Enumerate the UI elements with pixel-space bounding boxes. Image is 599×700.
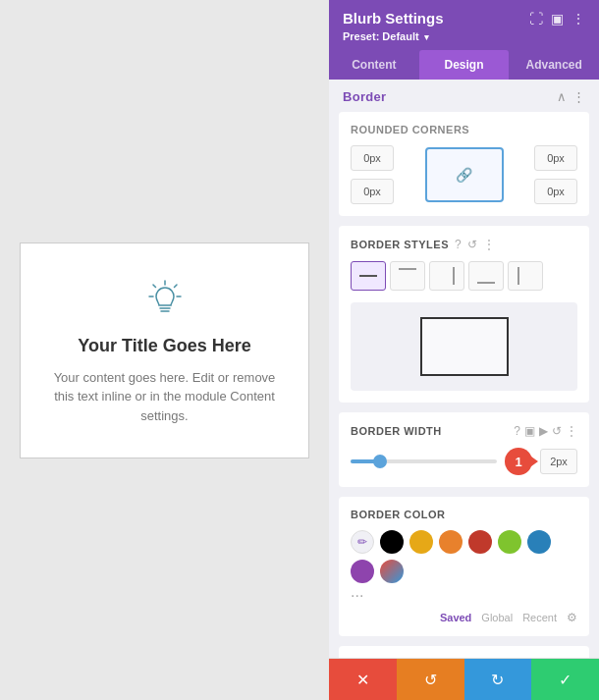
color-tab-global[interactable]: Global <box>481 612 513 623</box>
step-badge: 1 <box>505 448 532 475</box>
border-width-title: Border Width <box>351 425 442 437</box>
swatch-red[interactable] <box>468 530 492 554</box>
swatch-black[interactable] <box>380 530 404 554</box>
border-style-dropdown-section: Border Style Solid Dashed Dotted Double … <box>339 646 589 658</box>
bulb-icon <box>140 275 190 324</box>
border-style-options <box>351 261 577 291</box>
svg-line-1 <box>174 285 177 288</box>
settings-panel: Blurb Settings ⛶ ▣ ⋮ Preset: Default ▾ C… <box>329 0 599 700</box>
preset-arrow-icon: ▾ <box>424 32 429 42</box>
border-width-cursor-icon[interactable]: ▶ <box>539 424 548 438</box>
rounded-corners-label: Rounded Corners <box>351 124 577 135</box>
border-styles-help-icon[interactable]: ? <box>455 238 462 251</box>
preview-card: Your Title Goes Here Your content goes h… <box>20 242 309 458</box>
border-color-section: Border Color ✏ ··· Saved Global Recent ⚙ <box>339 497 589 636</box>
tab-content[interactable]: Content <box>329 50 419 80</box>
swatch-blue[interactable] <box>527 530 551 554</box>
border-width-value[interactable]: 2px <box>540 449 577 474</box>
panel-header: Blurb Settings ⛶ ▣ ⋮ Preset: Default ▾ <box>329 0 599 50</box>
border-width-icons: ? ▣ ▶ ↺ ⋮ <box>514 424 577 438</box>
border-section-header: Border ∧ ⋮ <box>329 80 599 112</box>
color-tabs: Saved Global Recent ⚙ <box>351 611 577 624</box>
preview-content: Your content goes here. Edit or remove t… <box>44 368 285 426</box>
more-icon[interactable]: ⋮ <box>572 11 585 27</box>
swatch-purple[interactable] <box>351 560 374 583</box>
swatch-gradient[interactable] <box>380 560 404 583</box>
border-styles-reset-icon[interactable]: ↺ <box>467 238 477 251</box>
color-tab-recent[interactable]: Recent <box>522 612 557 623</box>
border-style-left[interactable] <box>508 261 543 291</box>
tab-design[interactable]: Design <box>419 50 510 80</box>
header-icons: ⛶ ▣ ⋮ <box>529 11 585 27</box>
border-color-title: Border Color <box>351 509 577 520</box>
color-tab-saved[interactable]: Saved <box>440 612 471 623</box>
cancel-button[interactable]: ✕ <box>329 659 397 700</box>
section-more-icon[interactable]: ⋮ <box>572 89 585 104</box>
color-picker-icon[interactable]: ✏ <box>351 530 374 554</box>
columns-icon[interactable]: ▣ <box>551 11 564 27</box>
reset-button[interactable]: ↺ <box>397 659 464 700</box>
swatch-orange[interactable] <box>439 530 463 554</box>
panel-footer: ✕ ↺ ↻ ✓ <box>329 658 599 700</box>
rounded-corners-section: Rounded Corners 🔗 <box>339 112 589 216</box>
border-preview-box <box>420 317 509 376</box>
border-style-right[interactable] <box>429 261 464 291</box>
swatch-green[interactable] <box>498 530 521 554</box>
svg-line-2 <box>153 285 156 288</box>
color-swatches: ✏ <box>351 530 577 583</box>
refresh-button[interactable]: ↻ <box>464 659 532 700</box>
border-style-bottom[interactable] <box>468 261 504 291</box>
border-styles-more-icon[interactable]: ⋮ <box>483 238 495 251</box>
border-width-header: Border Width ? ▣ ▶ ↺ ⋮ <box>351 424 577 438</box>
border-width-section: Border Width ? ▣ ▶ ↺ ⋮ 1 <box>339 412 589 487</box>
preset-label[interactable]: Preset: Default ▾ <box>343 30 585 42</box>
more-colors-icon[interactable]: ··· <box>351 587 363 604</box>
border-preview-area <box>351 302 577 391</box>
corner-preview: 🔗 <box>425 147 504 202</box>
slider-row: 1 2px <box>351 448 577 475</box>
slider-thumb <box>373 455 387 468</box>
link-icon: 🔗 <box>456 167 472 183</box>
tab-bar: Content Design Advanced <box>329 50 599 80</box>
section-controls: ∧ ⋮ <box>557 89 585 104</box>
collapse-icon[interactable]: ∧ <box>557 89 567 104</box>
border-width-help-icon[interactable]: ? <box>514 424 520 438</box>
preview-panel: Your Title Goes Here Your content goes h… <box>0 0 329 700</box>
badge-arrow <box>531 457 538 466</box>
corner-top-right-input[interactable] <box>534 145 577 171</box>
border-width-box-icon[interactable]: ▣ <box>524 424 535 438</box>
color-settings-icon[interactable]: ⚙ <box>567 611 577 624</box>
border-width-slider[interactable] <box>351 459 497 463</box>
save-button[interactable]: ✓ <box>531 659 599 700</box>
corner-bottom-left-input[interactable] <box>351 179 394 204</box>
corner-bottom-right-input[interactable] <box>534 179 577 204</box>
corners-grid: 🔗 <box>351 145 577 204</box>
border-width-more-icon[interactable]: ⋮ <box>566 424 577 438</box>
border-style-top[interactable] <box>390 261 425 291</box>
border-section-title: Border <box>343 89 386 104</box>
preview-title: Your Title Goes Here <box>78 336 250 356</box>
swatch-yellow[interactable] <box>409 530 433 554</box>
border-styles-title: Border Styles <box>351 239 449 250</box>
panel-body: Border ∧ ⋮ Rounded Corners 🔗 Border St <box>329 80 599 658</box>
border-width-reset-icon[interactable]: ↺ <box>552 424 562 438</box>
panel-title: Blurb Settings <box>343 10 444 27</box>
border-styles-header: Border Styles ? ↺ ⋮ <box>351 238 577 251</box>
border-style-all[interactable] <box>351 261 386 291</box>
tab-advanced[interactable]: Advanced <box>509 50 599 80</box>
border-styles-section: Border Styles ? ↺ ⋮ <box>339 226 589 403</box>
corner-top-left-input[interactable] <box>351 145 394 171</box>
fullscreen-icon[interactable]: ⛶ <box>529 11 543 27</box>
